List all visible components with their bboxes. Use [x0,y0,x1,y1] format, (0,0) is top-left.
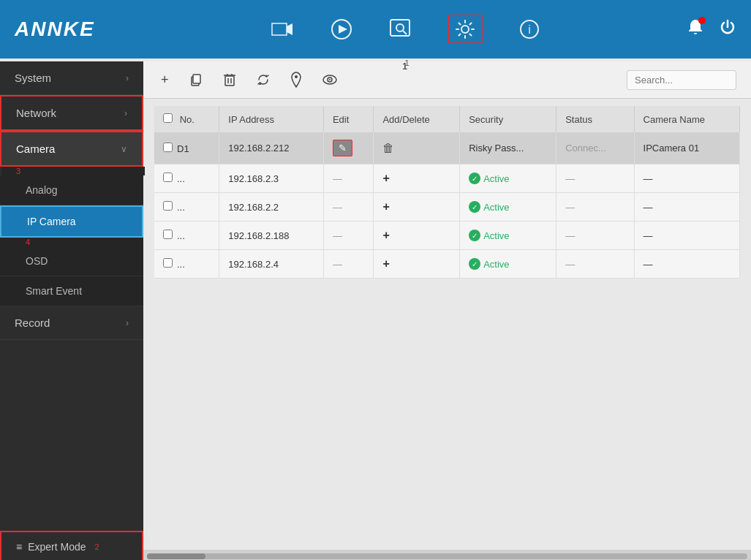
table-row: D1192.168.2.212✎🗑Risky Pass...Connec...I… [154,132,740,164]
cell-edit: — [323,222,374,250]
sidebar-item-system[interactable]: System › [0,61,143,95]
topbar-nav: i [124,15,687,44]
ip-camera-table: No. IP Address Edit Add/Delete Security … [143,99,751,550]
ip-camera-label: IP Camera [27,216,76,227]
svg-point-19 [329,79,331,80]
delete-toolbar-button[interactable] [220,69,239,90]
expert-mode-icon: ≡ [16,541,22,553]
label-2: 2 [95,542,99,551]
cell-status: — [556,164,634,193]
camera-name-value: IPCamera 01 [644,143,700,154]
app-logo: ANNKE [15,18,95,41]
svg-point-5 [461,26,469,33]
camera-label-3: 3 [1,167,145,175]
edit-dash: — [333,202,342,213]
svg-point-16 [295,75,298,78]
notification-dot [698,17,706,24]
osd-label: OSD [26,255,48,267]
sidebar-item-network[interactable]: Network › [0,95,143,131]
chevron-right-icon-record: › [126,318,129,328]
edit-button[interactable]: ✎ [333,140,352,156]
camera-submenu: Analog IP Camera 4 OSD Smart Event [0,175,143,306]
horizontal-scrollbar[interactable] [143,550,751,560]
status-value: — [565,230,575,241]
sidebar-system-label: System [15,72,51,84]
cell-security: Active [460,164,556,193]
row-checkbox[interactable] [163,230,173,239]
cell-security: Active [460,193,556,222]
sidebar-item-analog[interactable]: Analog [0,175,143,205]
label-1: 1 [405,58,410,67]
content-area: + [143,61,751,560]
camera-list-table: No. IP Address Edit Add/Delete Security … [154,106,740,279]
chevron-down-icon-camera: ∨ [121,144,127,154]
svg-line-4 [403,31,407,34]
scrollbar-thumb [147,553,205,559]
info-nav-icon[interactable]: i [519,19,540,39]
delete-row-button[interactable]: 🗑 [382,142,394,155]
cell-security: Risky Pass... [460,132,556,164]
ip-camera-label-4: 4 [0,238,143,246]
camera-nav-icon[interactable] [271,19,294,39]
expert-mode-button[interactable]: ≡ Expert Mode 2 [0,531,143,560]
row-checkbox[interactable] [163,258,173,268]
row-checkbox[interactable] [163,173,173,182]
camera-name-value: — [644,259,653,270]
locate-button[interactable] [287,69,305,91]
add-row-button[interactable]: + [382,172,389,185]
main-layout: System › Network › Camera ∨ 3 Analog IP … [0,61,751,560]
edit-dash: — [333,259,342,270]
notification-icon[interactable] [687,18,704,40]
col-status: Status [556,106,634,132]
expert-mode-label: Expert Mode [28,541,86,553]
status-value: — [565,259,575,270]
sidebar-item-smart-event[interactable]: Smart Event [0,276,143,306]
analog-label: Analog [26,184,58,196]
sidebar-item-ip-camera[interactable]: IP Camera [0,205,143,238]
search-input[interactable] [627,70,736,90]
cell-add-delete: + [374,250,460,279]
search-container [627,70,736,90]
cell-camera-name: — [634,164,739,193]
cell-no: ... [154,164,219,193]
cell-edit: — [323,193,374,222]
add-row-button[interactable]: + [382,257,389,270]
cell-status: — [556,250,634,279]
sidebar-item-record[interactable]: Record › [0,306,143,340]
toolbar: + [143,61,751,99]
cell-security: Active [460,250,556,279]
cell-ip: 192.168.2.188 [219,222,324,250]
smart-event-label: Smart Event [26,285,82,297]
row-checkbox[interactable] [163,143,173,152]
col-edit: Edit [323,106,374,132]
search-recording-nav-icon[interactable] [389,18,411,40]
security-active-badge: Active [469,258,547,270]
copy-button[interactable] [186,70,205,89]
power-icon[interactable] [719,18,736,40]
status-value: Connec... [565,143,606,154]
refresh-button[interactable] [254,70,273,89]
view-button[interactable] [320,72,340,88]
cell-ip: 192.168.2.212 [219,132,324,164]
sidebar-item-camera[interactable]: Camera ∨ [0,131,143,167]
cell-no: ... [154,193,219,222]
cell-add-delete: + [374,164,460,193]
sidebar-item-osd[interactable]: OSD [0,246,143,276]
add-camera-button[interactable]: + [158,69,172,91]
row-no: ... [177,202,185,213]
security-active-badge: Active [469,173,547,184]
cell-camera-name: — [634,250,739,279]
svg-rect-10 [225,76,234,86]
settings-nav-icon[interactable] [448,15,483,44]
select-all-checkbox[interactable] [163,113,173,123]
row-checkbox[interactable] [163,201,173,211]
sidebar-record-label: Record [15,317,50,329]
security-active-badge: Active [469,230,547,241]
add-row-button[interactable]: + [382,229,389,242]
row-no: ... [177,259,185,270]
cell-status: Connec... [556,132,634,164]
add-row-button[interactable]: + [382,200,389,213]
col-no-label: No. [180,114,195,125]
table-row: ...192.168.2.188—+Active—— [154,222,740,250]
playback-nav-icon[interactable] [331,18,352,40]
